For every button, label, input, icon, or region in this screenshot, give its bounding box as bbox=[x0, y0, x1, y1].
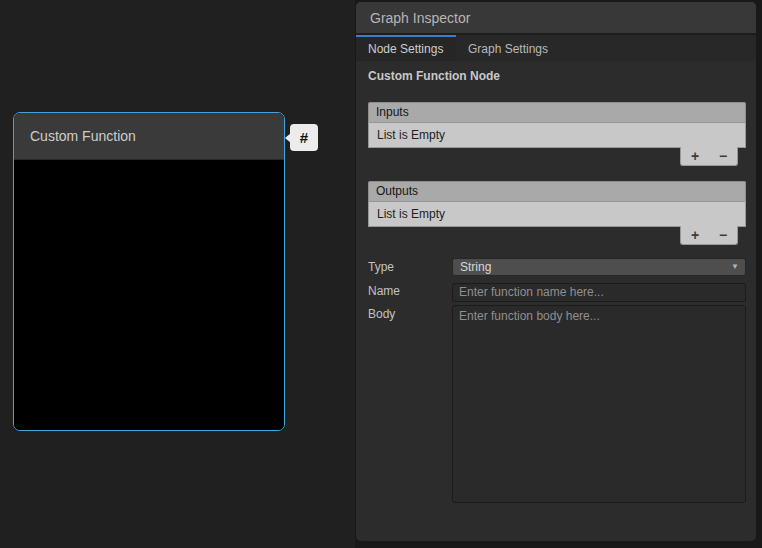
outputs-list-empty-row: List is Empty bbox=[368, 201, 746, 227]
inputs-list-footer-box: + − bbox=[680, 147, 738, 166]
inputs-remove-button[interactable]: − bbox=[711, 148, 735, 165]
function-name-input[interactable] bbox=[452, 283, 746, 302]
type-row: Type String ▼ bbox=[368, 258, 746, 276]
outputs-list-footer-box: + − bbox=[680, 226, 738, 245]
name-label: Name bbox=[368, 284, 400, 298]
tab-graph-settings[interactable]: Graph Settings bbox=[456, 35, 560, 61]
type-dropdown-value: String bbox=[460, 260, 491, 274]
inputs-list-empty-row: List is Empty bbox=[368, 122, 746, 148]
outputs-list-footer: + − bbox=[368, 227, 746, 246]
body-label: Body bbox=[368, 307, 395, 321]
node-title[interactable]: Custom Function bbox=[14, 113, 284, 160]
panel-content: Custom Function Node Inputs List is Empt… bbox=[356, 61, 756, 539]
outputs-add-button[interactable]: + bbox=[683, 227, 707, 244]
type-label: Type bbox=[368, 260, 394, 274]
hash-badge-icon[interactable]: # bbox=[290, 124, 318, 151]
dropdown-arrow-icon: ▼ bbox=[731, 263, 739, 271]
inspector-tabbar: Node Settings Graph Settings bbox=[356, 35, 756, 61]
name-row: Name bbox=[368, 282, 746, 301]
inputs-list-footer: + − bbox=[368, 148, 746, 167]
outputs-list-header: Outputs bbox=[368, 181, 746, 201]
tab-node-settings[interactable]: Node Settings bbox=[356, 35, 456, 61]
inputs-list-header: Inputs bbox=[368, 102, 746, 122]
function-body-textarea[interactable] bbox=[452, 305, 746, 503]
outputs-list: Outputs List is Empty + − bbox=[368, 181, 746, 246]
inputs-add-button[interactable]: + bbox=[683, 148, 707, 165]
section-title: Custom Function Node bbox=[368, 69, 500, 83]
node-body bbox=[14, 160, 284, 431]
panel-title: Graph Inspector bbox=[356, 2, 756, 35]
outputs-remove-button[interactable]: − bbox=[711, 227, 735, 244]
graph-canvas[interactable]: Custom Function # bbox=[0, 0, 355, 548]
graph-inspector-panel: Graph Inspector Node Settings Graph Sett… bbox=[356, 2, 756, 541]
type-dropdown[interactable]: String ▼ bbox=[452, 258, 746, 276]
inputs-list: Inputs List is Empty + − bbox=[368, 102, 746, 167]
custom-function-node[interactable]: Custom Function bbox=[13, 112, 285, 431]
